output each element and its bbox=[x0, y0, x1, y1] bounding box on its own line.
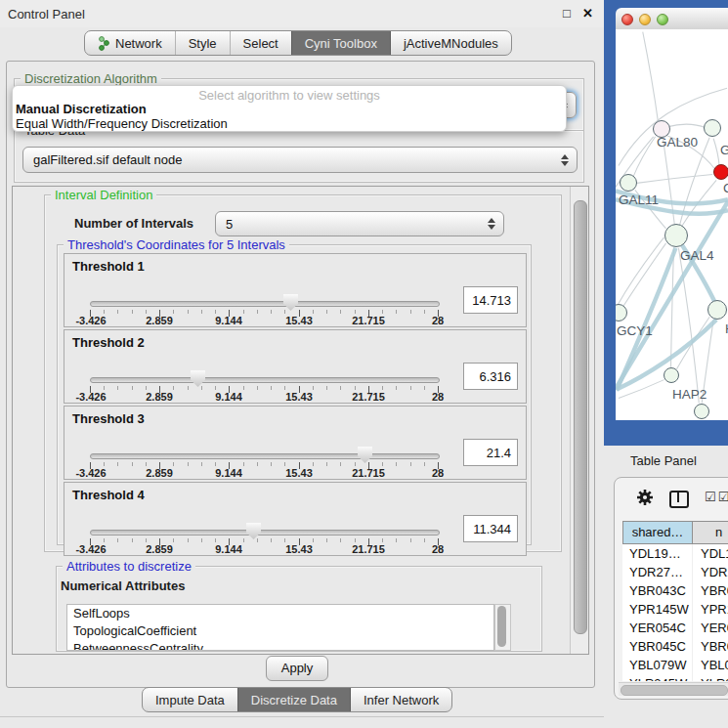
table-horizontal-scrollbar[interactable] bbox=[619, 682, 728, 696]
minimize-traffic-light-icon[interactable] bbox=[639, 14, 651, 25]
table-cell-name[interactable]: YDL1 bbox=[692, 544, 728, 563]
scrollbar-thumb[interactable] bbox=[621, 685, 728, 696]
list-item[interactable]: BetweennessCentrality bbox=[67, 640, 493, 651]
attributes-to-discretize-group: Attributes to discretize Numerical Attri… bbox=[56, 566, 542, 652]
tab-impute-data[interactable]: Impute Data bbox=[143, 688, 237, 711]
tab-discretize-data[interactable]: Discretize Data bbox=[237, 688, 350, 711]
table-cell-name[interactable]: YBR0 bbox=[692, 581, 728, 600]
table-row[interactable]: YDR27… YDR2 bbox=[622, 563, 728, 581]
tab-infer-network[interactable]: Infer Network bbox=[350, 688, 451, 711]
column-header-shared-name[interactable]: shared… bbox=[622, 521, 693, 544]
table-row[interactable]: YPR145W YPR1 bbox=[622, 600, 728, 619]
table-data-combobox[interactable]: galFiltered.sif default node bbox=[22, 147, 578, 173]
interval-definition-group: Interval Definition Number of Intervals … bbox=[44, 194, 562, 552]
network-node[interactable] bbox=[620, 174, 637, 192]
list-item[interactable]: TopologicalCoefficient bbox=[67, 622, 493, 640]
list-item[interactable]: SelfLoops bbox=[67, 605, 493, 622]
threshold-4-value-field[interactable]: 11.344 bbox=[463, 515, 518, 542]
table-row[interactable]: YBL079W YBL0 bbox=[622, 656, 728, 674]
table-cell-name[interactable]: YER0 bbox=[692, 619, 728, 637]
table-cell-name[interactable]: YDR2 bbox=[692, 563, 728, 581]
network-node[interactable] bbox=[664, 367, 679, 383]
attributes-list-scrollbar[interactable] bbox=[494, 604, 511, 651]
threshold-2-value-field[interactable]: 6.316 bbox=[463, 363, 518, 390]
scrollbar-thumb[interactable] bbox=[497, 606, 506, 647]
threshold-2-slider-thumb[interactable] bbox=[191, 370, 205, 387]
table-cell-name[interactable]: YBL0 bbox=[692, 656, 728, 674]
table-cell-name[interactable]: YLR3 bbox=[692, 674, 728, 681]
threshold-3-slider-track[interactable] bbox=[90, 453, 440, 459]
split-columns-icon[interactable] bbox=[669, 491, 689, 508]
network-window-titlebar[interactable] bbox=[616, 8, 728, 30]
popup-option-equal-width-frequency[interactable]: Equal Width/Frequency Discretization bbox=[16, 116, 228, 131]
threshold-1-slider-thumb[interactable] bbox=[283, 294, 298, 311]
tick-label: 15.43 bbox=[285, 543, 313, 555]
table-cell-shared-name[interactable]: YDL19… bbox=[622, 544, 692, 563]
table-cell-shared-name[interactable]: YLR345W bbox=[622, 674, 692, 681]
network-node[interactable] bbox=[704, 119, 721, 137]
threshold-1-slider-track[interactable] bbox=[90, 301, 440, 307]
scrollbar-thumb[interactable] bbox=[574, 200, 587, 634]
close-traffic-light-icon[interactable] bbox=[621, 14, 633, 25]
checkbox-icons[interactable]: ☑☑ bbox=[705, 490, 728, 504]
column-header-name[interactable]: n bbox=[692, 521, 728, 544]
threshold-3-row: Threshold 3 -3.4262.8599.14415.4321.7152… bbox=[64, 406, 527, 480]
network-node[interactable] bbox=[664, 224, 688, 247]
tab-cyni-toolbox[interactable]: Cyni Toolbox bbox=[291, 31, 390, 55]
table-cell-name[interactable]: YPR1 bbox=[692, 600, 728, 619]
table-data-group: Table Data galFiltered.sif default node bbox=[14, 130, 584, 183]
node-table-rows: YDL19… YDL1 YDR27… YDR2 YBR043C YBR0 bbox=[622, 544, 728, 681]
control-panel-tabs: Network Style Select Cyni Toolbox jActiv… bbox=[84, 30, 512, 56]
close-icon[interactable]: ✕ bbox=[582, 6, 593, 21]
tick-label: 21.715 bbox=[352, 543, 385, 555]
tab-jactivemnodules[interactable]: jActiveMNodules bbox=[390, 31, 511, 55]
float-window-icon[interactable]: □ bbox=[563, 6, 571, 21]
table-cell-shared-name[interactable]: YER054C bbox=[622, 619, 692, 637]
tick-label: 2.859 bbox=[146, 391, 173, 403]
algorithm-popup-hint: Select algorithm to view settings bbox=[13, 88, 566, 103]
network-node-label: HAP2 bbox=[672, 387, 707, 402]
table-row[interactable]: YLR345W YLR3 bbox=[622, 674, 728, 681]
control-panel-titlebar: Control Panel □ ✕ bbox=[0, 0, 604, 27]
tick-label: 15.43 bbox=[285, 315, 313, 326]
gear-icon[interactable] bbox=[636, 489, 654, 506]
attributes-group-title: Attributes to discretize bbox=[63, 559, 195, 574]
numerical-attributes-list: SelfLoopsTopologicalCoefficientBetweenne… bbox=[66, 604, 494, 651]
table-row[interactable]: YER054C YER0 bbox=[622, 619, 728, 637]
numerical-attributes-heading: Numerical Attributes bbox=[61, 578, 185, 593]
threshold-2-row: Threshold 2 -3.4262.8599.14415.4321.7152… bbox=[64, 329, 527, 404]
table-row[interactable]: YDL19… YDL1 bbox=[622, 544, 728, 563]
threshold-3-slider-thumb[interactable] bbox=[358, 447, 372, 463]
table-cell-shared-name[interactable]: YBR045C bbox=[622, 637, 692, 656]
tab-style[interactable]: Style bbox=[175, 31, 230, 55]
tick-label: -3.426 bbox=[75, 315, 106, 326]
table-cell-shared-name[interactable]: YDR27… bbox=[622, 563, 692, 581]
settings-scrollbar[interactable] bbox=[570, 187, 588, 654]
network-node[interactable] bbox=[707, 300, 727, 320]
tick-label: 21.715 bbox=[352, 467, 385, 479]
table-row[interactable]: YBR043C YBR0 bbox=[622, 581, 728, 600]
table-cell-shared-name[interactable]: YBR043C bbox=[622, 581, 692, 600]
number-of-intervals-combobox[interactable]: 5 bbox=[215, 211, 504, 236]
table-cell-shared-name[interactable]: YBL079W bbox=[622, 656, 692, 674]
tab-network[interactable]: Network bbox=[85, 31, 175, 55]
table-row[interactable]: YBR045C YBR0 bbox=[622, 637, 728, 656]
network-node-label: GAL4 bbox=[680, 248, 714, 263]
tick-label: 15.43 bbox=[285, 467, 313, 479]
threshold-3-value-field[interactable]: 21.4 bbox=[463, 439, 518, 466]
threshold-4-slider-thumb[interactable] bbox=[246, 523, 261, 539]
tab-select[interactable]: Select bbox=[230, 31, 291, 55]
tick-label: -3.426 bbox=[75, 467, 106, 479]
zoom-traffic-light-icon[interactable] bbox=[657, 14, 668, 25]
network-node[interactable] bbox=[713, 164, 728, 180]
threshold-1-value-field[interactable]: 14.713 bbox=[463, 286, 518, 314]
slider-tick-labels: -3.4262.8599.14415.4321.71528 bbox=[64, 543, 526, 555]
threshold-4-slider-track[interactable] bbox=[90, 530, 440, 535]
table-cell-shared-name[interactable]: YPR145W bbox=[622, 600, 692, 619]
apply-button[interactable]: Apply bbox=[266, 656, 328, 681]
popup-option-manual-discretization[interactable]: Manual Discretization bbox=[16, 102, 147, 116]
threshold-2-slider-track[interactable] bbox=[90, 377, 440, 383]
network-canvas[interactable]: GAL80 GA C GAL11 bbox=[616, 29, 728, 420]
network-node[interactable] bbox=[694, 404, 709, 419]
table-cell-name[interactable]: YBR0 bbox=[692, 637, 728, 656]
